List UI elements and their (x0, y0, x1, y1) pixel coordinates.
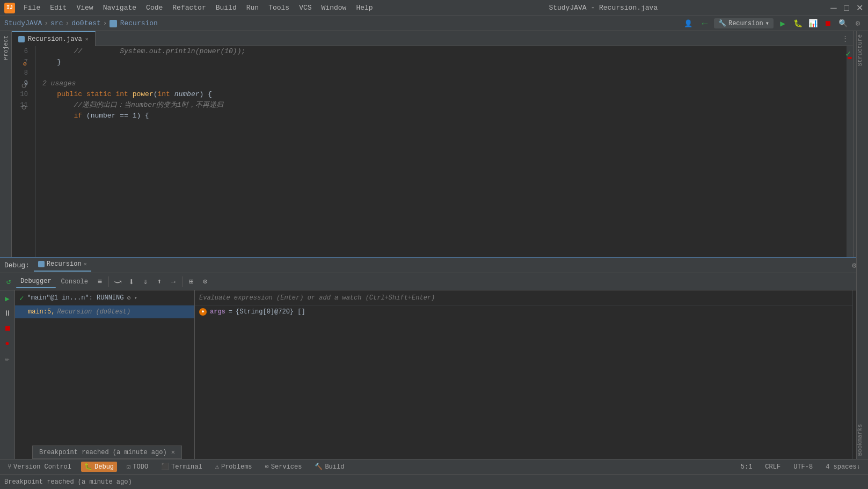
services-tab[interactable]: ⊙ Services (262, 462, 305, 472)
force-step-into-button[interactable]: ⇓ (139, 275, 152, 288)
thread-row-main[interactable]: ✓ "main"@1 in...n": RUNNING ⊘ ▾ (15, 290, 194, 305)
menu-refactor[interactable]: Refactor (168, 3, 210, 13)
todo-tab[interactable]: ☑ TODO (123, 462, 151, 472)
window-title: StudyJAVA - Recursion.java (549, 4, 658, 12)
thread-filter-icon[interactable]: ⊘ (127, 294, 130, 302)
terminal-label: Terminal (171, 463, 202, 471)
maximize-button[interactable]: □ (842, 4, 851, 12)
output-tab-icon[interactable]: ≡ (93, 275, 106, 288)
menu-edit[interactable]: Edit (46, 3, 71, 13)
step-out-button[interactable]: ⬆ (153, 275, 166, 288)
tab-menu-icon[interactable]: ⋮ (842, 34, 849, 43)
coverage-button[interactable]: 📊 (807, 18, 819, 30)
toolbar-right: 👤 ← 🔧 Recursion ▾ ▶ 🐛 📊 ⏹ 🔍 ⚙ (681, 18, 864, 30)
close-button[interactable]: ✕ (855, 4, 864, 12)
terminal-icon: ⬛ (161, 463, 169, 471)
status-right: 5:1 CRLF UTF-8 4 spaces↓ (738, 462, 864, 472)
structure-tab[interactable]: Structure (857, 31, 868, 69)
line-numbers: 6 7 ⊕ 8 9 ◯ 10 11 ◯ (12, 46, 36, 257)
minimize-button[interactable]: ─ (829, 4, 838, 12)
notification-close-icon[interactable]: ✕ (171, 448, 175, 456)
tab-bar: Recursion.java ✕ ⋮ (12, 31, 853, 46)
services-label: Services (271, 463, 302, 471)
menu-help[interactable]: Help (352, 3, 377, 13)
mute-breakpoints-button[interactable]: ⊗ (199, 275, 211, 288)
stack-fn-name: main:5, (28, 308, 55, 316)
debug-tab-bottom[interactable]: 🐛 Debug (81, 462, 117, 472)
debug-run-button[interactable]: 🐛 (792, 18, 804, 30)
variable-row-args[interactable]: ● args = {String[0]@720} [] (195, 305, 852, 318)
resume-icon[interactable]: ▶ (2, 293, 13, 304)
stop-button[interactable]: ⏹ (822, 18, 834, 30)
menu-vcs[interactable]: VCS (295, 3, 316, 13)
line-ending[interactable]: CRLF (762, 462, 784, 472)
indent-setting[interactable]: 4 spaces↓ (822, 462, 864, 472)
bottom-tab-bar: ⑂ Version Control 🐛 Debug ☑ TODO ⬛ Termi… (0, 459, 868, 474)
expression-input[interactable]: Evaluate expression (Enter) or add a wat… (195, 290, 852, 305)
run-button[interactable]: ▶ (777, 18, 789, 30)
breadcrumb-package[interactable]: do0test (71, 19, 101, 27)
editor-scrollbar[interactable]: ✓ (847, 46, 853, 257)
console-tab[interactable]: Console (57, 275, 92, 288)
version-control-label: Version Control (13, 463, 71, 471)
debugger-tab[interactable]: Debugger (16, 275, 56, 288)
debug-tab-icon (38, 261, 45, 267)
variable-name: args (210, 308, 225, 316)
editor-tab-recursion[interactable]: Recursion.java ✕ (12, 31, 96, 46)
breadcrumb-src[interactable]: src (50, 19, 63, 27)
app-logo: IJ (4, 3, 15, 13)
project-tab[interactable]: Project (1, 31, 11, 64)
thread-dropdown-icon[interactable]: ▾ (134, 295, 137, 301)
debug-tab-close[interactable]: ✕ (84, 261, 87, 267)
menu-build[interactable]: Build (211, 3, 241, 13)
restart-debug-button[interactable]: ↺ (2, 275, 15, 288)
expression-placeholder: Evaluate expression (Enter) or add a wat… (199, 294, 435, 302)
back-icon[interactable]: ← (699, 18, 711, 30)
stop-debug-icon[interactable]: ⏹ (2, 323, 13, 334)
debug-tab-recursion[interactable]: Recursion ✕ (34, 259, 91, 272)
tab-close-button[interactable]: ✕ (85, 36, 89, 42)
menu-view[interactable]: View (72, 3, 97, 13)
variables-panel: Evaluate expression (Enter) or add a wat… (195, 290, 868, 488)
vars-content: Evaluate expression (Enter) or add a wat… (195, 290, 868, 488)
settings-icon[interactable]: ⚙ (852, 18, 864, 30)
breadcrumb-project[interactable]: StudyJAVA (4, 19, 42, 27)
run-to-cursor-button[interactable]: → (167, 275, 180, 288)
run-config[interactable]: 🔧 Recursion ▾ (714, 18, 774, 28)
menu-window[interactable]: Window (317, 3, 351, 13)
toolbar: 👤 ← 🔧 Recursion ▾ ▶ 🐛 📊 ⏹ 🔍 ⚙ (681, 16, 864, 31)
code-line-8 (40, 68, 842, 78)
debug-tab-label-bottom: Debug (94, 463, 114, 471)
vcs-icon: ⑂ (8, 463, 11, 471)
menu-navigate[interactable]: Navigate (99, 3, 141, 13)
menu-run[interactable]: Run (242, 3, 263, 13)
menu-code[interactable]: Code (142, 3, 167, 13)
menu-bar: File Edit View Navigate Code Refactor Bu… (19, 3, 377, 13)
left-sidebar: Project (0, 31, 12, 257)
step-over-button[interactable]: ⤻ (111, 275, 124, 288)
code-editor[interactable]: 6 7 ⊕ 8 9 ◯ 10 11 ◯ (12, 46, 853, 257)
account-icon[interactable]: 👤 (681, 18, 696, 30)
menu-file[interactable]: File (19, 3, 45, 13)
title-bar: IJ File Edit View Navigate Code Refactor… (0, 0, 868, 16)
run-icon: 🔧 (718, 19, 726, 27)
terminal-tab[interactable]: ⬛ Terminal (158, 462, 206, 472)
code-line-10: //递归的出口：当number的变为1时，不再递归 (40, 100, 842, 111)
breadcrumb-class[interactable]: Recursion (120, 19, 158, 27)
bookmarks-tab[interactable]: Bookmarks (857, 421, 868, 459)
stack-frame-row[interactable]: main:5, Recursion (do0test) (15, 305, 194, 318)
pause-icon[interactable]: ⏸ (2, 308, 13, 319)
build-tab[interactable]: 🔨 Build (311, 462, 347, 472)
services-icon: ⊙ (265, 463, 269, 471)
menu-tools[interactable]: Tools (264, 3, 294, 13)
problems-tab[interactable]: ⚠ Problems (212, 462, 256, 472)
edit-watch-icon[interactable]: ✏ (2, 353, 13, 364)
version-control-tab[interactable]: ⑂ Version Control (4, 462, 75, 472)
breakpoint-icon[interactable]: ● (2, 338, 13, 349)
evaluate-expression-button[interactable]: ⊞ (185, 275, 198, 288)
code-content[interactable]: // System.out.println(power(10)); } 2 us… (36, 46, 847, 257)
search-everywhere-icon[interactable]: 🔍 (837, 18, 849, 30)
encoding[interactable]: UTF-8 (790, 462, 816, 472)
notification-popup: Breakpoint reached (a minute ago) ✕ (32, 446, 182, 459)
step-into-button[interactable]: ⬇ (125, 275, 138, 288)
